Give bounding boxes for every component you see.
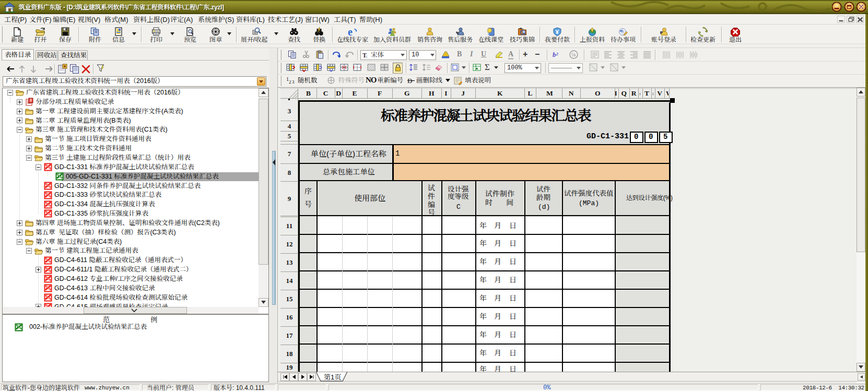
- svg-text:DVD: DVD: [620, 30, 624, 32]
- svg-text:t: t: [366, 54, 368, 58]
- svg-text:3: 3: [292, 79, 295, 85]
- svg-text:2: 2: [289, 79, 291, 85]
- svg-text:e: e: [348, 27, 353, 37]
- svg-text:⅟a: ⅟a: [571, 52, 576, 57]
